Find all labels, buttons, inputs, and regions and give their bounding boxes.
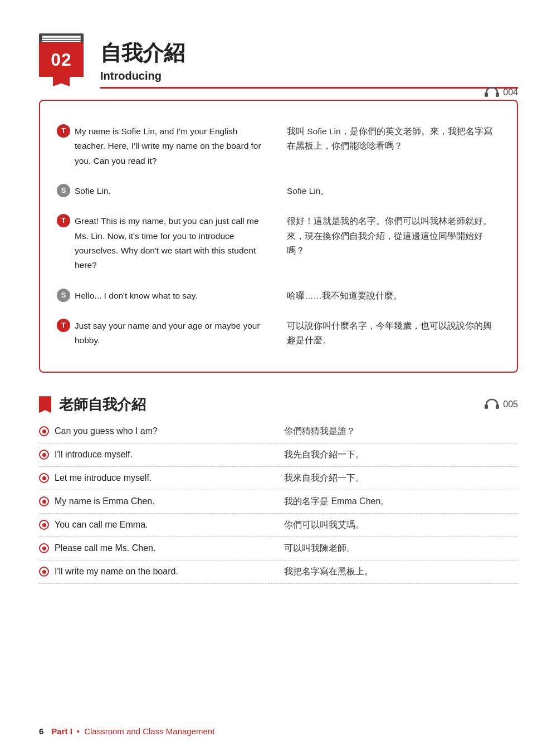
speaker-s-icon-1: S	[57, 184, 70, 197]
footer-part-label: Part I	[51, 726, 72, 736]
dialog-zh-2: Sofie Lin。	[287, 186, 329, 196]
phrase-row-4: My name is Emma Chen. 我的名字是 Emma Chen。	[39, 490, 518, 514]
dialog-en-3: Great! This is my name, but you can just…	[75, 214, 270, 272]
phrase-en-5: You can call me Emma.	[55, 520, 148, 530]
page-footer: 6 Part I • Classroom and Class Managemen…	[39, 726, 518, 736]
bullet-dot-5	[42, 523, 46, 527]
dialog-row-4-right: 哈囉……我不知道要說什麼。	[287, 281, 500, 311]
phrase-en-3: Let me introduce myself.	[55, 473, 152, 483]
phrase-zh-6: 可以叫我陳老師。	[278, 543, 518, 554]
dialog-row-3-left: T Great! This is my name, but you can ju…	[57, 206, 270, 280]
phrase-row-2: I'll introduce myself. 我先自我介紹一下。	[39, 443, 518, 467]
bullet-dot-3	[42, 476, 46, 480]
headphone-icon-1	[484, 86, 500, 99]
dialog-row-1-left: T My name is Sofie Lin, and I'm your Eng…	[57, 116, 270, 176]
bullet-circle-5	[39, 520, 49, 530]
phrase-zh-2: 我先自我介紹一下。	[278, 449, 518, 461]
speaker-t-icon-2: T	[57, 214, 70, 227]
phrase-left-7: I'll write my name on the board.	[39, 567, 278, 577]
bookmark-icon	[53, 74, 70, 86]
dialog-zh-5: 可以說你叫什麼名字，今年幾歲，也可以說說你的興趣是什麼。	[287, 321, 492, 345]
title-area: 自我介紹 Introducing	[100, 33, 518, 89]
phrase-left-5: You can call me Emma.	[39, 520, 278, 530]
dialog-en-1: My name is Sofie Lin, and I'm your Engli…	[75, 124, 270, 168]
bullet-dot-7	[42, 570, 46, 574]
phrase-left-4: My name is Emma Chen.	[39, 496, 278, 506]
phrase-row-7: I'll write my name on the board. 我把名字寫在黑…	[39, 560, 518, 584]
phrase-table: Can you guess who I am? 你們猜猜我是誰？ I'll in…	[39, 420, 518, 584]
main-title-zh: 自我介紹	[100, 39, 518, 67]
svg-rect-2	[485, 404, 488, 409]
footer-page-number: 6	[39, 726, 43, 736]
red-underline	[100, 87, 518, 89]
phrase-zh-4: 我的名字是 Emma Chen。	[278, 496, 518, 508]
phrase-row-3: Let me introduce myself. 我來自我介紹一下。	[39, 467, 518, 490]
bookmark-red-icon	[39, 396, 51, 413]
phrase-left-2: I'll introduce myself.	[39, 450, 278, 460]
svg-rect-1	[496, 92, 499, 97]
chapter-number: 02	[51, 50, 72, 70]
audio-badge-1: 004	[484, 86, 518, 99]
phrase-en-1: Can you guess who I am?	[55, 426, 158, 436]
main-title-en: Introducing	[100, 70, 518, 82]
bullet-circle-4	[39, 496, 49, 506]
dialog-row-3-right: 很好！這就是我的名字。你們可以叫我林老師就好。來，現在換你們自我介紹，從這邊這位…	[287, 206, 500, 280]
speaker-s-icon-2: S	[57, 289, 70, 302]
speaker-t-icon-3: T	[57, 319, 70, 332]
dialog-zh-4: 哈囉……我不知道要說什麼。	[287, 291, 402, 300]
bullet-circle-7	[39, 567, 49, 577]
dialog-en-4: Hello... I don't know what to say.	[75, 289, 198, 303]
phrase-zh-3: 我來自我介紹一下。	[278, 472, 518, 484]
dialog-row-1-right: 我叫 Sofie Lin，是你們的英文老師。來，我把名字寫在黑板上，你們能唸唸看…	[287, 116, 500, 176]
chapter-number-box: 02	[39, 42, 84, 77]
page: 02 自我介紹 Introducing 004 T My name is Sof…	[0, 0, 557, 756]
phrase-zh-5: 你們可以叫我艾瑪。	[278, 519, 518, 531]
bullet-circle-2	[39, 450, 49, 460]
bullet-dot-6	[42, 547, 46, 550]
dialog-row-2-right: Sofie Lin。	[287, 176, 500, 206]
footer-description: Classroom and Class Management	[84, 726, 214, 736]
footer-separator: •	[77, 726, 80, 736]
dialog-zh-1: 我叫 Sofie Lin，是你們的英文老師。來，我把名字寫在黑板上，你們能唸唸看…	[287, 126, 492, 150]
phrase-en-6: Please call me Ms. Chen.	[55, 543, 155, 553]
phrase-en-2: I'll introduce myself.	[55, 450, 133, 460]
audio-number-2: 005	[503, 399, 518, 409]
dialog-row-2-left: S Sofie Lin.	[57, 176, 270, 206]
phrase-en-4: My name is Emma Chen.	[55, 496, 155, 506]
bullet-dot-4	[42, 500, 46, 504]
bullet-circle-1	[39, 426, 49, 436]
dialog-box: T My name is Sofie Lin, and I'm your Eng…	[39, 100, 518, 373]
dialog-row-5-left: T Just say your name and your age or may…	[57, 311, 270, 356]
phrase-zh-7: 我把名字寫在黑板上。	[278, 566, 518, 578]
dialog-zh-3: 很好！這就是我的名字。你們可以叫我林老師就好。來，現在換你們自我介紹，從這邊這位…	[287, 216, 492, 255]
bullet-circle-3	[39, 473, 49, 483]
phrase-row-5: You can call me Emma. 你們可以叫我艾瑪。	[39, 514, 518, 537]
svg-rect-0	[485, 92, 488, 97]
bullet-dot-2	[42, 453, 46, 457]
audio-number-1: 004	[503, 87, 518, 97]
dialog-en-2: Sofie Lin.	[75, 184, 111, 198]
dialog-row-5-right: 可以說你叫什麼名字，今年幾歲，也可以說說你的興趣是什麼。	[287, 311, 500, 356]
dialog-en-5: Just say your name and your age or maybe…	[75, 319, 270, 348]
phrase-zh-1: 你們猜猜我是誰？	[278, 426, 518, 437]
phrase-left-3: Let me introduce myself.	[39, 473, 278, 483]
headphone-icon-2	[484, 398, 500, 411]
dialog-row-4-left: S Hello... I don't know what to say.	[57, 281, 270, 311]
section2-title: 老師自我介紹	[59, 395, 146, 414]
book-icon: 02	[39, 33, 89, 86]
phrase-en-7: I'll write my name on the board.	[55, 567, 178, 577]
bullet-circle-6	[39, 543, 49, 553]
phrase-left-6: Please call me Ms. Chen.	[39, 543, 278, 553]
phrase-left-1: Can you guess who I am?	[39, 426, 278, 436]
header-section: 02 自我介紹 Introducing	[39, 33, 518, 89]
audio-badge-2: 005	[484, 398, 518, 411]
svg-rect-3	[496, 404, 499, 409]
speaker-t-icon-1: T	[57, 124, 70, 138]
phrase-row-6: Please call me Ms. Chen. 可以叫我陳老師。	[39, 537, 518, 560]
section2-header: 老師自我介紹 005	[39, 395, 518, 414]
phrase-row-1: Can you guess who I am? 你們猜猜我是誰？	[39, 420, 518, 443]
bullet-dot-1	[42, 430, 46, 433]
